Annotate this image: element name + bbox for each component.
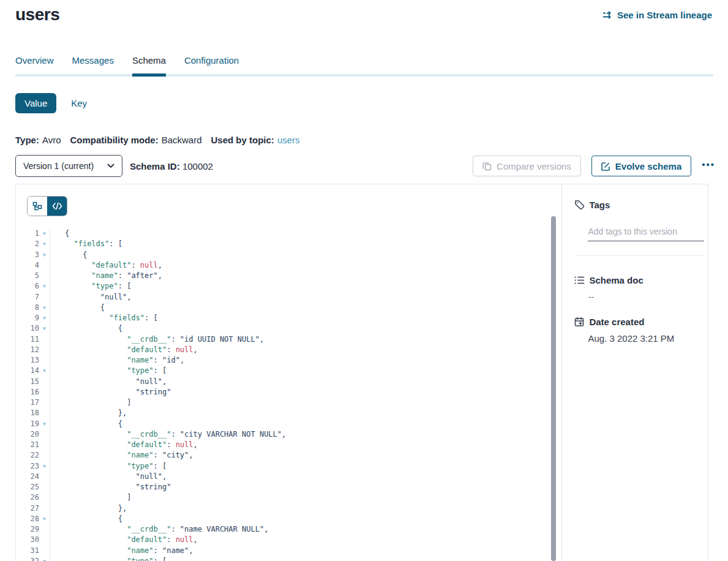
fold-arrow-icon [39, 450, 50, 461]
code-line[interactable]: 4 "default": null, [16, 260, 561, 271]
line-number: 14 [16, 366, 39, 376]
code-lines[interactable]: 1▼{2▼ "fields": [3▼ {4 "default": null,5… [16, 228, 561, 561]
code-line[interactable]: 10▼ { [16, 323, 561, 334]
tab-overview[interactable]: Overview [15, 55, 54, 74]
used-by-topic-label: Used by topic: [211, 135, 274, 145]
code-line[interactable]: 13 "name": "id", [16, 355, 561, 366]
sidebar-divider [574, 255, 704, 256]
fold-arrow-icon[interactable]: ▼ [39, 366, 50, 376]
code-line[interactable]: 31 "name": "name", [16, 546, 561, 556]
line-number: 4 [16, 260, 39, 271]
tab-messages[interactable]: Messages [72, 55, 114, 74]
code-line[interactable]: 28▼ { [16, 514, 561, 524]
type-label: Type: [15, 135, 39, 145]
code-line[interactable]: 7 "null", [16, 292, 561, 303]
tree-view-button[interactable] [28, 197, 47, 216]
code-line[interactable]: 32▼ "type": [ [16, 556, 561, 561]
line-number: 32 [16, 556, 39, 561]
fold-arrow-icon [39, 377, 50, 387]
more-actions-button[interactable]: ••• [702, 160, 715, 173]
tab-configuration[interactable]: Configuration [184, 55, 239, 74]
fold-arrow-icon [39, 260, 50, 271]
code-line[interactable]: 29 "__crdb__": "name VARCHAR NULL", [16, 524, 561, 535]
code-line[interactable]: 12 "default": null, [16, 345, 561, 355]
version-select[interactable]: Version 1 (current) [15, 155, 122, 177]
key-toggle-button[interactable]: Key [71, 98, 87, 108]
code-view-button[interactable] [47, 197, 67, 216]
evolve-schema-button[interactable]: Evolve schema [591, 156, 691, 176]
line-number: 24 [16, 472, 39, 482]
line-number: 3 [16, 250, 39, 260]
add-tags-input[interactable] [588, 227, 704, 241]
compare-versions-button[interactable]: Compare versions [473, 156, 581, 176]
code-line[interactable]: 5 "name": "after", [16, 271, 561, 281]
type-value: Avro [42, 135, 61, 145]
code-line[interactable]: 27 }, [16, 503, 561, 514]
fold-arrow-icon[interactable]: ▼ [39, 514, 50, 524]
code-line[interactable]: 14▼ "type": [ [16, 366, 561, 376]
fold-arrow-icon [39, 503, 50, 514]
line-number: 8 [16, 303, 39, 313]
code-line[interactable]: 9▼ "fields": [ [16, 313, 561, 323]
value-toggle-button[interactable]: Value [15, 93, 56, 113]
code-line[interactable]: 1▼{ [16, 228, 561, 239]
line-number: 25 [16, 482, 39, 492]
code-line[interactable]: 15 "null", [16, 377, 561, 387]
line-number: 19 [16, 419, 39, 429]
calendar-icon [574, 317, 585, 327]
code-line[interactable]: 24 "null", [16, 472, 561, 482]
code-line[interactable]: 25 "string" [16, 482, 561, 492]
date-created-value: Aug. 3 2022 3:21 PM [588, 333, 674, 344]
tab-schema[interactable]: Schema [132, 55, 166, 74]
fold-arrow-icon[interactable]: ▼ [39, 281, 50, 292]
fold-arrow-icon [39, 492, 50, 503]
code-line[interactable]: 8▼ { [16, 303, 561, 313]
code-line[interactable]: 6▼ "type": [ [16, 281, 561, 292]
fold-arrow-icon [39, 408, 50, 418]
fold-arrow-icon [39, 334, 50, 345]
compare-icon [482, 162, 492, 171]
code-line[interactable]: 21 "default": null, [16, 440, 561, 450]
fold-arrow-icon[interactable]: ▼ [39, 556, 50, 561]
fold-arrow-icon [39, 292, 50, 303]
code-view-icon [52, 202, 62, 210]
tag-icon [574, 200, 585, 210]
fold-arrow-icon[interactable]: ▼ [39, 313, 50, 323]
line-number: 12 [16, 345, 39, 355]
code-line[interactable]: 22 "name": "city", [16, 450, 561, 461]
stream-lineage-label: See in Stream lineage [617, 10, 712, 20]
fold-arrow-icon[interactable]: ▼ [39, 303, 50, 313]
editor-scrollbar[interactable] [551, 216, 556, 561]
code-line[interactable]: 18 }, [16, 408, 561, 418]
schema-editor: 1▼{2▼ "fields": [3▼ {4 "default": null,5… [16, 184, 561, 561]
fold-arrow-icon [39, 440, 50, 450]
code-line[interactable]: 11 "__crdb__": "id UUID NOT NULL", [16, 334, 561, 345]
page-title: users [15, 5, 59, 24]
topic-link[interactable]: users [277, 135, 300, 145]
code-line[interactable]: 23▼ "type": [ [16, 461, 561, 472]
code-line[interactable]: 17 ] [16, 397, 561, 408]
line-number: 27 [16, 503, 39, 514]
code-line[interactable]: 3▼ { [16, 250, 561, 260]
version-select-value: Version 1 (current) [23, 161, 94, 171]
code-line[interactable]: 20 "__crdb__": "city VARCHAR NOT NULL", [16, 429, 561, 440]
fold-arrow-icon[interactable]: ▼ [39, 323, 50, 334]
fold-arrow-icon [39, 429, 50, 440]
fold-arrow-icon[interactable]: ▼ [39, 228, 50, 239]
fold-arrow-icon [39, 472, 50, 482]
code-line[interactable]: 19▼ { [16, 419, 561, 429]
schema-id-label: Schema ID: [130, 161, 180, 171]
fold-arrow-icon[interactable]: ▼ [39, 250, 50, 260]
code-line[interactable]: 26 ] [16, 492, 561, 503]
fold-arrow-icon[interactable]: ▼ [39, 461, 50, 472]
code-line[interactable]: 30 "default": null, [16, 535, 561, 545]
fold-arrow-icon[interactable]: ▼ [39, 419, 50, 429]
fold-arrow-icon[interactable]: ▼ [39, 239, 50, 249]
compatibility-label: Compatibility mode: [70, 135, 158, 145]
fold-arrow-icon [39, 397, 50, 408]
code-line[interactable]: 16 "string" [16, 387, 561, 397]
date-created-title: Date created [589, 317, 644, 327]
see-in-stream-lineage-link[interactable]: See in Stream lineage [602, 10, 712, 20]
schema-sidebar: Tags Schema doc -- [561, 184, 708, 561]
code-line[interactable]: 2▼ "fields": [ [16, 239, 561, 249]
